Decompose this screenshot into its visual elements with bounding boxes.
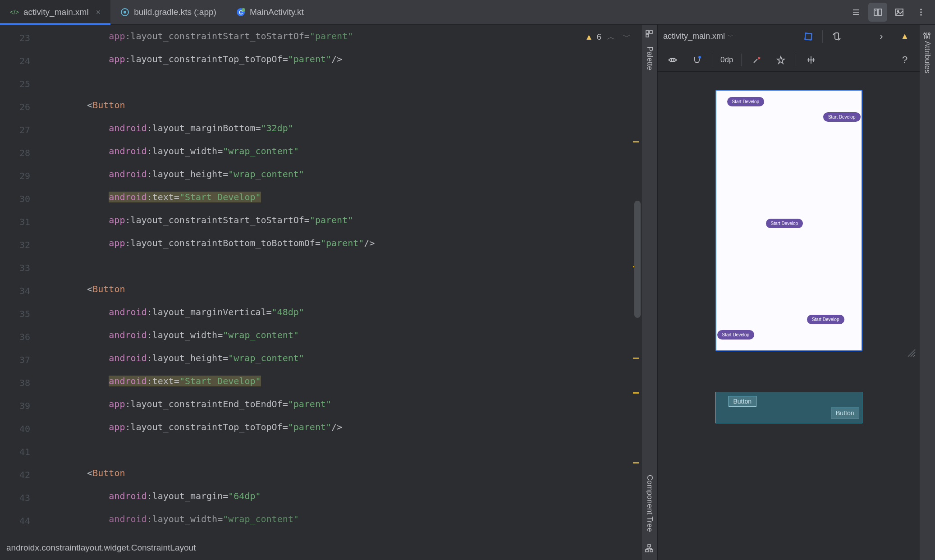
preview-button[interactable]: Start Develop [823,112,861,122]
svg-point-42 [926,36,928,38]
design-view-icon[interactable] [890,3,909,22]
preview-button[interactable]: Start Develop [807,315,844,324]
overflow-menu-icon[interactable] [912,3,930,22]
svg-point-31 [698,56,701,59]
svg-text:</>: </> [10,9,19,16]
tab-activity-main[interactable]: </> activity_main.xml × [0,0,110,24]
component-tree-tab[interactable]: Component Tree [645,472,654,535]
svg-rect-21 [646,550,648,552]
palette-icon [645,29,655,39]
tree-icon [645,544,655,554]
help-icon[interactable]: ? [895,50,914,69]
svg-rect-17 [646,31,649,33]
svg-point-2 [124,11,126,14]
tab-label: build.gradle.kts (:app) [134,7,216,17]
svg-rect-18 [650,31,652,33]
svg-rect-9 [874,9,877,15]
layout-preview: activity_main.xml ﹀ › ▲ 0dp ? Start D [657,25,920,560]
tab-build-gradle[interactable]: build.gradle.kts (:app) [110,0,226,24]
blueprint-button[interactable]: Button [729,396,756,407]
svg-point-44 [928,33,930,35]
sliders-icon [922,31,932,41]
tab-main-activity[interactable]: C MainActivity.kt [226,0,314,24]
blueprint-surface[interactable]: ButtonButton [715,392,862,423]
svg-point-15 [920,11,922,13]
default-margin[interactable]: 0dp [718,55,736,64]
code-view-icon[interactable] [847,3,866,22]
infer-constraints-icon[interactable] [771,50,790,69]
svg-point-40 [924,33,926,35]
xml-icon: </> [10,8,19,17]
gradle-icon [120,8,129,17]
warning-icon: ▲ [585,32,593,42]
inspection-badge[interactable]: ▲ 6 ︿ ﹀ [585,31,633,43]
svg-point-16 [920,14,922,16]
device-surface[interactable]: Start DevelopStart DevelopStart DevelopS… [715,90,862,351]
kotlin-class-icon: C [236,8,245,17]
scrollbar-thumb[interactable] [634,201,641,318]
chevron-up-icon[interactable]: ︿ [605,31,617,43]
close-icon[interactable]: × [96,8,101,17]
svg-rect-22 [650,550,653,552]
tab-label: MainActivity.kt [250,7,304,17]
chevron-down-icon[interactable]: ﹀ [621,31,633,43]
code-area[interactable]: app:layout_constraintStart_toStartOf="pa… [43,25,642,542]
warning-icon[interactable]: ▲ [895,27,914,46]
preview-button[interactable]: Start Develop [717,330,755,340]
split-view-icon[interactable] [868,3,887,22]
design-canvas[interactable]: Start DevelopStart DevelopStart DevelopS… [658,72,920,560]
svg-rect-10 [878,9,881,15]
chevron-down-icon: ﹀ [728,32,733,41]
eye-icon[interactable] [663,50,682,69]
svg-rect-29 [835,33,839,39]
svg-rect-20 [648,545,651,547]
surface-toggle-icon[interactable] [799,27,818,46]
svg-point-5 [242,8,245,12]
warning-count: 6 [596,32,601,42]
file-tabs: </> activity_main.xml × build.gradle.kts… [0,0,935,25]
palette-panel-tab[interactable]: Palette Component Tree [642,25,657,560]
svg-point-30 [671,59,674,61]
magnet-icon[interactable] [688,50,706,69]
svg-rect-28 [805,33,811,40]
preview-button[interactable]: Start Develop [766,219,803,228]
svg-line-38 [913,355,915,357]
editor-pane: 2324252627282930313233343536373839404142… [0,25,642,560]
svg-point-14 [920,9,922,10]
tab-label: activity_main.xml [23,7,89,17]
breadcrumb[interactable]: androidx.constraintlayout.widget.Constra… [0,542,642,560]
attributes-panel-tab[interactable]: Attributes [920,25,935,560]
chevron-right-icon[interactable]: › [872,27,891,46]
line-gutter: 2324252627282930313233343536373839404142… [0,25,43,542]
clear-constraints-icon[interactable] [747,50,766,69]
blueprint-button[interactable]: Button [831,408,859,418]
preview-file-dropdown[interactable]: activity_main.xml ﹀ [663,32,733,41]
svg-rect-19 [646,34,649,37]
resize-handle-icon[interactable] [905,347,916,358]
orientation-icon[interactable] [827,27,846,46]
preview-button[interactable]: Start Develop [727,97,765,106]
guidelines-icon[interactable] [802,50,820,69]
svg-rect-27 [805,33,812,40]
